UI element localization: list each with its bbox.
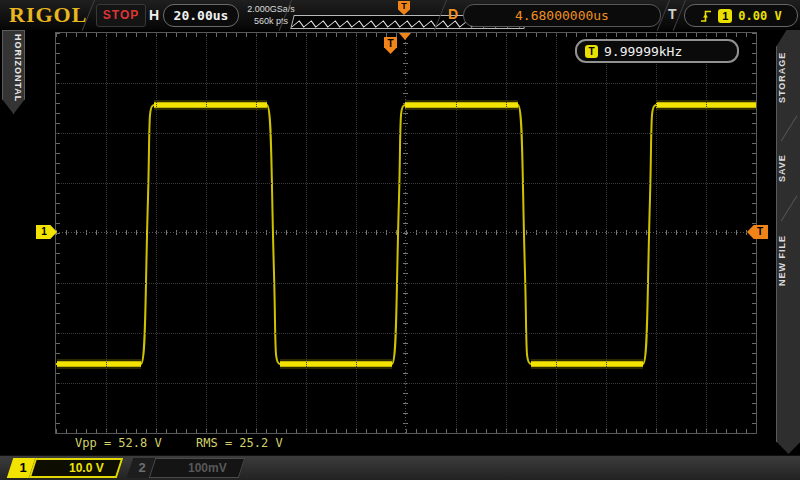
menu-separator — [781, 196, 798, 222]
channel1-waveform — [56, 33, 756, 433]
channel1-level-marker[interactable]: 1 — [36, 225, 57, 239]
channel2-settings[interactable]: 100mV — [149, 458, 245, 478]
gridline-vertical — [206, 33, 207, 433]
timebase-field[interactable]: 20.00us — [163, 4, 239, 27]
menu-title-storage[interactable]: STORAGE — [777, 35, 800, 119]
gridline-horizontal — [56, 133, 756, 134]
sample-rate: 2.000GSa/s — [240, 3, 302, 15]
dc-coupling-icon — [49, 464, 63, 473]
gridline-vertical — [156, 33, 157, 433]
trigger-position-icon[interactable]: T — [398, 1, 410, 15]
gridline-vertical — [706, 33, 707, 433]
delay-label: D — [448, 6, 458, 22]
top-status-bar: RIGOL STOP H 20.00us 2.000GSa/s 560k pts… — [0, 0, 800, 30]
channel1-scale: 10.0 V — [69, 461, 104, 475]
gridline-horizontal — [56, 183, 756, 184]
gridline-vertical — [606, 33, 607, 433]
measurement-rms: RMS = 25.2 V — [196, 436, 283, 450]
run-status-indicator[interactable]: STOP — [96, 4, 146, 27]
gridline-vertical — [506, 33, 507, 433]
trigger-settings-field[interactable]: 1 0.00 V — [684, 4, 798, 27]
frequency-counter-value: 9.99999kHz — [604, 44, 682, 59]
channel1-settings[interactable]: 10.0 V — [29, 458, 123, 478]
gridline-vertical — [656, 33, 657, 433]
trigger-label: T — [668, 6, 677, 22]
dc-coupling-icon — [168, 464, 182, 473]
gridline-horizontal — [56, 383, 756, 384]
graticule — [55, 32, 757, 434]
menu-item-save[interactable]: SAVE — [777, 140, 800, 196]
gridline-vertical — [456, 33, 457, 433]
frequency-counter-trigger-badge: T — [585, 45, 598, 58]
trigger-source-badge: 1 — [718, 9, 732, 23]
menu-item-new-file[interactable]: NEW FILE — [777, 222, 800, 300]
channel2-scale: 100mV — [188, 461, 227, 475]
gridline-vertical — [356, 33, 357, 433]
storage-menu: STORAGE SAVE NEW FILE — [776, 30, 800, 454]
tab-horizontal[interactable]: HORIZONTAL — [2, 30, 25, 114]
menu-separator — [781, 116, 798, 142]
gridline-vertical — [256, 33, 257, 433]
gridline-vertical — [106, 33, 107, 433]
tab-horizontal-label: HORIZONTAL — [4, 34, 23, 100]
delay-field[interactable]: 4.68000000us — [463, 4, 661, 27]
frequency-counter: T 9.99999kHz — [575, 39, 739, 63]
gridline-horizontal — [56, 333, 756, 334]
rising-edge-icon — [700, 9, 712, 23]
gridline-vertical — [306, 33, 307, 433]
brand-logo: RIGOL — [9, 2, 87, 28]
channel-status-bar: 1 10.0 V 2 100mV 11:48 — [0, 455, 800, 480]
gridline-vertical — [556, 33, 557, 433]
oscilloscope-screen: RIGOL STOP H 20.00us 2.000GSa/s 560k pts… — [0, 0, 800, 480]
measurement-vpp: Vpp = 52.8 V — [75, 436, 162, 450]
gridline-horizontal — [56, 283, 756, 284]
horizontal-label: H — [149, 7, 159, 23]
trigger-level-value: 0.00 V — [738, 9, 781, 23]
gridline-horizontal — [56, 83, 756, 84]
